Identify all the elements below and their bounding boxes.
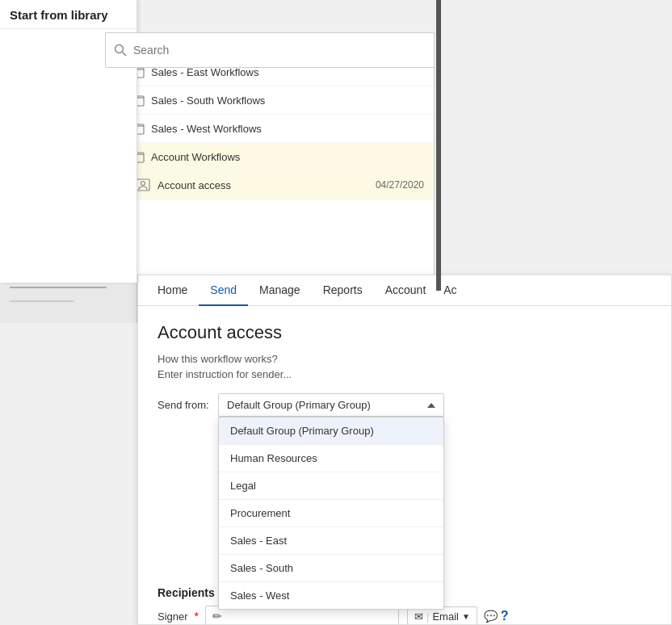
file-tree-panel: Name Last Modified ▶ Sales - East Workfl… (105, 32, 435, 283)
content-area: Account access How this workflow works? … (138, 306, 671, 625)
divider: | (426, 610, 429, 623)
dropdown-option-default-group[interactable]: Default Group (Primary Group) (219, 417, 443, 445)
svg-point-11 (141, 182, 145, 186)
panel-title: Start from library (0, 0, 136, 29)
search-icon (114, 44, 127, 57)
svg-line-1 (123, 52, 127, 57)
tree-item-account-access[interactable]: Account access 04/27/2020 (106, 171, 434, 199)
item-name-account-access: Account access (158, 179, 376, 191)
main-content-panel: Home Send Manage Reports Account Ac Acco… (137, 275, 672, 625)
dropdown-option-procurement[interactable]: Procurement (219, 500, 443, 527)
item-date-account-access: 04/27/2020 (376, 179, 424, 191)
pen-icon: ✏ (212, 610, 222, 623)
content-description-2: Enter instruction for sender... (158, 368, 652, 380)
chevron-down-icon: ▼ (462, 612, 470, 621)
vertical-divider (436, 0, 441, 291)
search-input[interactable] (133, 44, 426, 57)
left-edge-line1 (10, 287, 107, 288)
dropdown-menu: Default Group (Primary Group) Human Reso… (218, 417, 444, 610)
send-from-label: Send from: (158, 399, 218, 411)
left-edge-line2 (10, 300, 74, 302)
email-icon: ✉ (414, 610, 423, 623)
svg-point-0 (116, 45, 124, 53)
dropdown-arrow-icon (427, 403, 435, 408)
dropdown-option-sales-east[interactable]: Sales - East (219, 527, 443, 555)
dropdown-option-hr[interactable]: Human Resources (219, 445, 443, 472)
chat-icon[interactable]: 💬 (484, 610, 498, 623)
item-name-account: Account Workflows (151, 151, 424, 163)
tab-account[interactable]: Account (374, 275, 438, 306)
tree-item-sales-west[interactable]: ▶ Sales - West Workflows (106, 115, 434, 143)
help-icon[interactable]: ? (501, 609, 509, 623)
nav-tabs: Home Send Manage Reports Account Ac (138, 275, 671, 306)
search-bar (105, 32, 435, 68)
signer-label: Signer (158, 610, 188, 623)
dropdown-option-legal[interactable]: Legal (219, 472, 443, 500)
content-title: Account access (158, 322, 652, 343)
tab-more[interactable]: Ac (437, 275, 463, 305)
email-label: Email (432, 610, 459, 623)
tree-item-sales-south[interactable]: ▶ Sales - South Workflows (106, 86, 434, 115)
content-description-1: How this workflow works? (158, 353, 652, 365)
dropdown-option-sales-west[interactable]: Sales - West (219, 582, 443, 609)
tab-manage[interactable]: Manage (248, 275, 312, 306)
tab-send[interactable]: Send (199, 275, 248, 306)
tab-home[interactable]: Home (146, 275, 199, 306)
send-from-dropdown[interactable]: Default Group (Primary Group) (218, 393, 444, 417)
item-name-sales-west: Sales - West Workflows (151, 123, 424, 135)
send-from-value: Default Group (Primary Group) (227, 399, 371, 411)
item-name-sales-south: Sales - South Workflows (151, 94, 424, 107)
tab-reports[interactable]: Reports (312, 275, 374, 306)
file-icon-account-access (135, 177, 151, 193)
send-from-row: Send from: Default Group (Primary Group)… (158, 393, 652, 417)
required-star: * (195, 610, 199, 623)
dropdown-option-sales-south[interactable]: Sales - South (219, 555, 443, 582)
tree-item-account-workflows[interactable]: ▼ Account Workflows (106, 143, 434, 171)
